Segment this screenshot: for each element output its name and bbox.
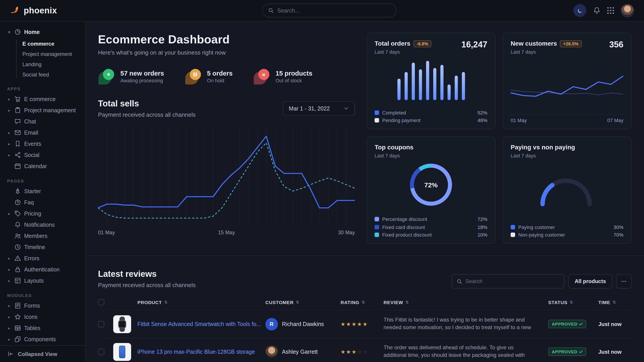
stat-value: 57 new orders (120, 70, 164, 77)
legend-swatch (374, 217, 379, 221)
layout-icon (14, 277, 21, 284)
star-filled-icon: ★ (352, 321, 357, 327)
date-range-select[interactable]: Mar 1 - 31, 2022 (283, 101, 355, 116)
sidebar-subitem-e-commerce[interactable]: E commerce (22, 38, 85, 49)
sort-icon[interactable]: ⇅ (612, 300, 616, 305)
column-header-time: TIME⇅ (598, 300, 632, 305)
sort-icon[interactable]: ⇅ (296, 300, 300, 305)
review-text: This Fitbit is fantastic! I was trying t… (384, 316, 548, 332)
sidebar-item-forms[interactable]: ▸ Forms (0, 300, 85, 311)
all-products-button[interactable]: All products (568, 274, 612, 289)
sidebar-item-e-commerce[interactable]: ▸ E commerce (0, 93, 85, 105)
row-checkbox[interactable] (98, 321, 104, 327)
sidebar-item-components[interactable]: ▸ Components (0, 334, 85, 345)
stat-out-of-stock: × 15 products Out of stock (253, 68, 312, 85)
column-header-rating: RATING⇅ (340, 300, 384, 305)
sidebar-section-modules: MODULES (0, 293, 85, 298)
sidebar-subitem-project-management[interactable]: Project management (22, 49, 85, 59)
sidebar-item-email[interactable]: ▸ Email (0, 127, 85, 138)
total-sells-x-axis: 01 May 15 May 30 May (98, 230, 355, 235)
sidebar-item-authentication[interactable]: ▸ Authentication (0, 264, 85, 275)
customer-name: Richard Dawkins (282, 321, 324, 327)
top-coupons-legend: Percentage discount 72% Fixed card disco… (374, 216, 487, 237)
sidebar-item-layouts[interactable]: ▸ Layouts (0, 275, 85, 286)
x-tick: 01 May (98, 230, 115, 235)
bar (447, 84, 450, 100)
clock-icon (14, 244, 21, 250)
date-range-value: Mar 1 - 31, 2022 (289, 105, 330, 112)
sidebar-item-project-management[interactable]: ▸ Project management (0, 105, 85, 116)
product-link[interactable]: iPhone 13 pro max-Pacific Blue-128GB sto… (138, 349, 266, 355)
caret-right-icon: ▸ (7, 97, 11, 101)
sidebar-item-members[interactable]: Members (0, 230, 85, 242)
sidebar-item-notifications[interactable]: Notifications (0, 219, 85, 230)
sidebar-item-label: Home (24, 29, 40, 35)
brand[interactable]: phoenix (10, 5, 85, 16)
sidebar-item-chat[interactable]: Chat (0, 116, 85, 127)
sidebar-item-events[interactable]: ▸ Events (0, 138, 85, 149)
row-checkbox[interactable] (98, 349, 104, 355)
paying-gauge-chart (538, 176, 596, 207)
form-icon (14, 302, 21, 309)
collapsed-view-button[interactable]: Collapsed View (0, 345, 85, 362)
customer-avatar (266, 346, 278, 358)
select-all-checkbox[interactable] (98, 299, 104, 306)
legend-item-fixed-product-discount: Fixed product discount 10% (374, 232, 487, 237)
sort-icon[interactable]: ⇅ (164, 300, 168, 305)
users-icon (14, 233, 21, 239)
star-badge-icon: ★ (98, 68, 115, 85)
caret-down-icon: ▾ (7, 30, 11, 34)
sidebar-item-calendar[interactable]: Calendar (0, 161, 85, 172)
legend-swatch (511, 225, 515, 229)
sort-icon[interactable]: ⇅ (570, 300, 573, 305)
product-thumbnail[interactable] (113, 315, 131, 333)
notifications-button[interactable] (593, 7, 600, 14)
sidebar-item-errors[interactable]: ▸ Errors (0, 253, 85, 264)
table-body: Fitbit Sense Advanced Smartwatch with To… (98, 310, 632, 362)
customer-name: Ashley Garrett (282, 349, 318, 355)
page-title: Ecommerce Dashboard (98, 33, 355, 46)
sidebar-subitem-landing[interactable]: Landing (22, 59, 85, 69)
legend-swatch (374, 118, 379, 122)
sidebar-item-label: Pricing (24, 210, 41, 217)
rating-stars: ★★★★★ (340, 321, 384, 327)
sidebar-item-label: Layouts (24, 278, 44, 284)
lock-icon (14, 266, 21, 273)
reviews-search[interactable] (452, 274, 564, 289)
bar (426, 61, 429, 100)
more-options-button[interactable]: ⋯ (616, 274, 632, 289)
global-search[interactable] (262, 3, 396, 17)
sidebar-item-faq[interactable]: Faq (0, 197, 85, 208)
total-orders-value: 16,247 (462, 40, 487, 50)
sidebar-item-icons[interactable]: ▸ Icons (0, 311, 85, 323)
status-badge: APPROVED (548, 320, 586, 328)
legend-value: 48% (478, 118, 487, 123)
sidebar-item-social[interactable]: ▸ Social (0, 149, 85, 161)
sidebar-item-home[interactable]: ▾ Home (0, 26, 85, 38)
theme-toggle-button[interactable] (573, 4, 586, 17)
new-customers-value: 356 (609, 40, 624, 50)
search-icon (456, 278, 462, 284)
reviews-search-input[interactable] (466, 278, 560, 284)
sort-icon[interactable]: ⇅ (406, 300, 409, 305)
sidebar-item-pricing[interactable]: ▸ Pricing (0, 208, 85, 219)
sidebar-item-starter[interactable]: Starter (0, 186, 85, 197)
sidebar-subitem-social-feed[interactable]: Social feed (22, 69, 85, 80)
stat-caption: On hold (207, 78, 232, 83)
apps-grid-button[interactable] (607, 7, 614, 14)
global-search-input[interactable] (277, 7, 390, 14)
review-row: Fitbit Sense Advanced Smartwatch with To… (98, 310, 632, 338)
sidebar-item-label: Tables (24, 325, 40, 331)
product-thumbnail[interactable] (113, 343, 131, 361)
reviews-table: PRODUCT⇅ CUSTOMER⇅ RATING⇅ REVIEW⇅ STATU… (98, 297, 632, 362)
sort-icon[interactable]: ⇅ (362, 300, 365, 305)
sidebar-item-label: Social (24, 152, 40, 158)
user-avatar[interactable] (621, 4, 634, 17)
sidebar-item-label: Icons (24, 314, 38, 320)
sidebar-item-label: Project management (24, 107, 76, 113)
caret-right-icon: ▸ (7, 256, 11, 261)
sidebar-item-timeline[interactable]: Timeline (0, 242, 85, 253)
legend-swatch (374, 225, 379, 229)
sidebar-item-tables[interactable]: ▸ Tables (0, 323, 85, 334)
product-link[interactable]: Fitbit Sense Advanced Smartwatch with To… (138, 321, 266, 327)
